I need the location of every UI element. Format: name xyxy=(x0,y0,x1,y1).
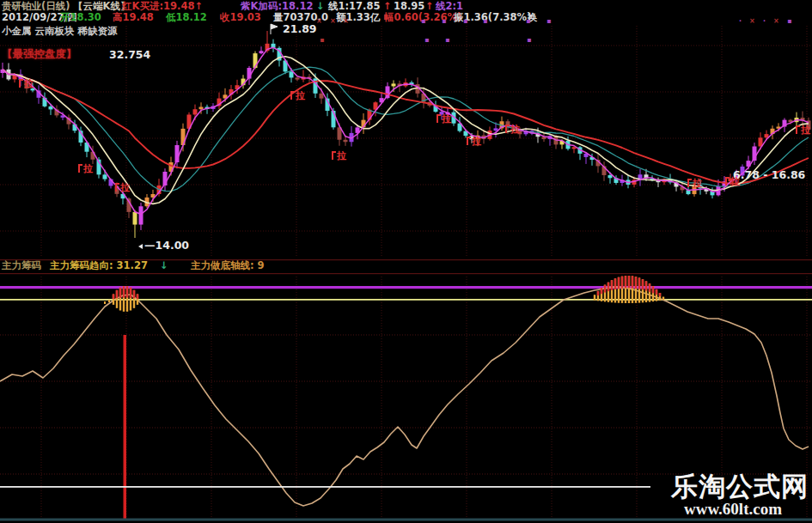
pull-up-marker: 拉 xyxy=(796,125,810,135)
pull-up-marker: 拉 xyxy=(115,183,130,192)
low-price-label: —14.00 xyxy=(138,239,189,252)
sector-tags: 小金属 云南板块 稀缺资源 xyxy=(2,25,118,38)
peak-price-label: 21.89 xyxy=(283,22,317,35)
signal-dot: ▪ xyxy=(424,37,429,44)
signal-dot: ▪ xyxy=(546,18,551,25)
signal-dot: · xyxy=(739,18,742,25)
signal-dot: ▪ xyxy=(463,18,467,25)
signal-dot: · xyxy=(763,18,766,25)
sub-indicator-segment-3: 主力做底轴线: 9 xyxy=(191,260,265,271)
sub-indicator-segment-2: ↓ xyxy=(160,260,168,271)
peak-flag-icon xyxy=(270,23,280,35)
signal-dot: ▪ xyxy=(527,37,531,44)
pull-up-marker: 拉 xyxy=(332,151,346,161)
quote-segment-2: 高19.48 xyxy=(113,12,154,23)
signal-dot: ▪ xyxy=(445,37,449,44)
signal-dot: ▪ xyxy=(526,18,530,25)
pull-up-marker: 拉 xyxy=(725,177,740,186)
signal-dot: × xyxy=(773,18,779,25)
pull-up-marker: 拉 xyxy=(437,114,451,124)
signal-dot: ▪ xyxy=(442,18,446,25)
watermark-site-url: www.60lt.com xyxy=(684,500,782,519)
signal-dot: ▪ xyxy=(421,18,425,25)
quote-segment-1: 开18.30 xyxy=(60,12,101,23)
signal-dot: × xyxy=(749,18,755,25)
sub-indicator-segment-0[interactable]: 主力筹码 xyxy=(2,260,41,271)
signal-dot: × xyxy=(330,18,336,25)
pull-up-marker: 拉 xyxy=(19,79,34,88)
pull-up-marker: 拉 xyxy=(505,125,520,134)
signal-dot: ▪ xyxy=(787,18,791,25)
pull-up-marker: 拉 xyxy=(290,91,305,100)
quote-segment-3: 低18.12 xyxy=(166,12,207,23)
signal-dot: ▪ xyxy=(320,37,324,44)
sub-indicator-segment-1: 主力筹码趋向: 31.27 xyxy=(50,260,148,271)
stock-trading-app-window: 贵研铂业(日线)【云端K线】红K买进:19.48↑紫K加码:18.12↓线1:1… xyxy=(0,0,812,523)
pull-up-marker: 拉 xyxy=(687,179,702,188)
signal-dot: × xyxy=(343,18,349,25)
control-indicator-value: 32.754 xyxy=(109,48,150,61)
signal-dot: × xyxy=(316,18,322,25)
pull-up-marker: 拉 xyxy=(467,137,481,146)
price-range-label: 6.78 - 16.86 xyxy=(733,168,805,181)
signal-dot: ▪ xyxy=(483,18,487,25)
quote-segment-4: 收19.03 xyxy=(220,12,261,23)
control-indicator-label: 【最强控盘度】 xyxy=(2,47,77,62)
sub-indicator-header: 主力筹码主力筹码趋向: 31.27↓主力做底轴线: 9 xyxy=(0,260,812,271)
quote-bar: 2012/09/27/四开18.30高19.48低18.12收19.03量703… xyxy=(0,12,812,23)
pull-up-marker: 拉 xyxy=(78,164,93,173)
